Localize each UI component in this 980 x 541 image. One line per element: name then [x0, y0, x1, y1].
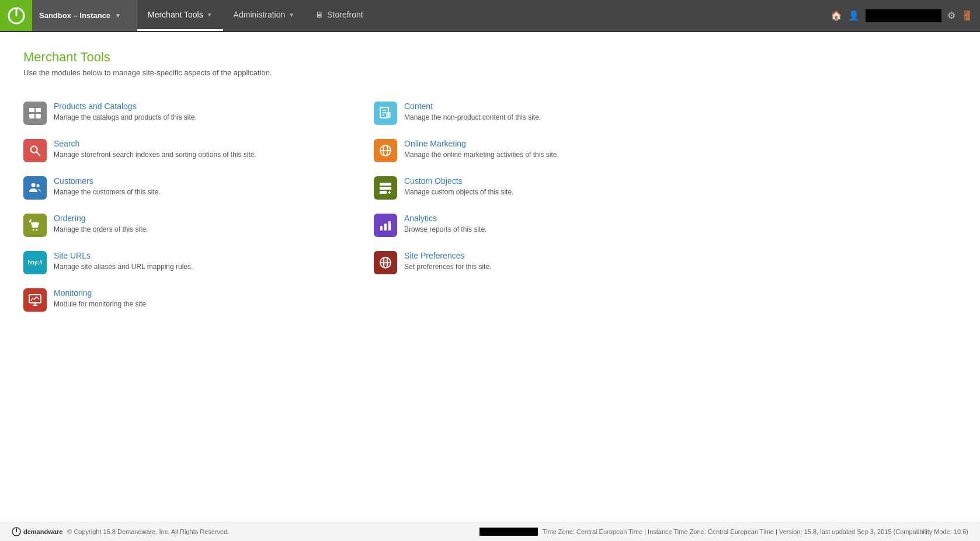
svg-rect-34 [384, 260, 387, 266]
svg-rect-3 [36, 108, 41, 112]
module-search: Search Manage storefront search indexes … [23, 132, 374, 169]
search-link[interactable]: Search [54, 139, 256, 148]
content-icon [374, 102, 397, 125]
header-right-controls: 🏠 👤 ⚙ 🚪 [823, 0, 980, 31]
svg-rect-24 [380, 187, 391, 190]
analytics-link[interactable]: Analytics [404, 214, 486, 223]
svg-point-9 [37, 184, 40, 187]
module-ordering: Ordering Manage the orders of this site. [23, 207, 374, 244]
customers-icon [23, 176, 47, 200]
module-site-urls: http:// Site URLs Manage site aliases an… [23, 244, 374, 281]
merchant-tools-dropdown-arrow: ▼ [207, 12, 213, 18]
content-desc: Manage the non-product content of this s… [404, 113, 541, 121]
user-icon[interactable]: 👤 [848, 10, 860, 21]
svg-line-7 [37, 152, 40, 156]
footer-logo: demandware [12, 527, 62, 536]
svg-rect-4 [29, 114, 34, 118]
home-icon[interactable]: 🏠 [830, 10, 842, 21]
footer-timezone-info: Time Zone: Central European Time | Insta… [543, 528, 968, 535]
site-preferences-link[interactable]: Site Preferences [404, 251, 491, 260]
main-nav: Merchant Tools ▼ Administration ▼ 🖥 Stor… [137, 0, 823, 31]
custom-objects-icon [374, 176, 397, 200]
site-preferences-desc: Set preferences for this site. [404, 263, 491, 271]
administration-dropdown-arrow: ▼ [289, 12, 294, 18]
online-marketing-icon [374, 139, 397, 162]
svg-point-10 [33, 229, 34, 231]
products-catalogs-icon [23, 102, 47, 125]
footer: demandware © Copyright 15.8 Demandware, … [0, 522, 980, 541]
svg-rect-25 [380, 191, 387, 194]
logo[interactable] [0, 0, 32, 31]
products-catalogs-desc: Manage the catalogs and products of this… [54, 113, 197, 121]
power-icon [7, 6, 26, 25]
modules-grid: Products and Catalogs Manage the catalog… [23, 95, 724, 319]
online-marketing-link[interactable]: Online Marketing [404, 139, 559, 148]
modules-right-column: Content Manage the non-product content o… [374, 95, 724, 319]
customers-desc: Manage the customers of this site. [54, 188, 161, 196]
page-title: Merchant Tools [23, 50, 957, 65]
footer-instance-label [479, 528, 538, 536]
monitoring-icon [23, 288, 47, 312]
monitoring-desc: Module for monitoring the site [54, 300, 146, 308]
header: Sandbox – Instance ▼ Merchant Tools ▼ Ad… [0, 0, 980, 32]
ordering-icon [23, 214, 47, 237]
module-content: Content Manage the non-product content o… [374, 95, 724, 132]
site-urls-icon: http:// [23, 251, 47, 274]
svg-rect-30 [388, 221, 391, 231]
products-catalogs-link[interactable]: Products and Catalogs [54, 102, 197, 111]
search-desc: Manage storefront search indexes and sor… [54, 151, 256, 159]
svg-rect-36 [16, 528, 17, 532]
user-input[interactable] [866, 9, 941, 22]
module-monitoring: Monitoring Module for monitoring the sit… [23, 281, 374, 319]
instance-selector[interactable]: Sandbox – Instance ▼ [32, 0, 137, 31]
footer-copyright: © Copyright 15.8 Demandware, Inc. All Ri… [67, 528, 229, 535]
svg-rect-2 [29, 108, 34, 112]
module-analytics: Analytics Browse reports of this site. [374, 207, 724, 244]
analytics-desc: Browse reports of this site. [404, 225, 486, 233]
modules-left-column: Products and Catalogs Manage the catalog… [23, 95, 374, 319]
svg-rect-5 [36, 114, 41, 118]
svg-rect-23 [380, 183, 391, 186]
ordering-link[interactable]: Ordering [54, 214, 148, 223]
footer-brand: demandware [23, 528, 62, 535]
module-site-preferences: Site Preferences Set preferences for thi… [374, 244, 724, 281]
storefront-icon: 🖥 [315, 10, 324, 19]
svg-rect-1 [15, 8, 17, 16]
demandware-logo-icon [12, 527, 21, 536]
online-marketing-desc: Manage the online marketing activities o… [404, 151, 559, 159]
site-urls-desc: Manage site aliases and URL mapping rule… [54, 263, 193, 271]
main-content: Merchant Tools Use the modules below to … [0, 32, 980, 522]
instance-label: Sandbox – Instance [39, 11, 110, 20]
nav-storefront[interactable]: 🖥 Storefront [305, 0, 373, 31]
instance-dropdown-arrow: ▼ [115, 12, 121, 19]
module-online-marketing: Online Marketing Manage the online marke… [374, 132, 724, 169]
content-link[interactable]: Content [404, 102, 541, 111]
analytics-icon [374, 214, 397, 237]
custom-objects-desc: Manage custom objects of this site. [404, 188, 513, 196]
svg-rect-29 [384, 224, 387, 231]
site-preferences-icon [374, 251, 397, 274]
module-customers: Customers Manage the customers of this s… [23, 169, 374, 207]
nav-administration[interactable]: Administration ▼ [223, 0, 305, 31]
nav-merchant-tools[interactable]: Merchant Tools ▼ [137, 0, 223, 31]
search-icon [23, 139, 47, 162]
customers-link[interactable]: Customers [54, 176, 161, 186]
site-urls-link[interactable]: Site URLs [54, 251, 193, 260]
ordering-desc: Manage the orders of this site. [54, 225, 148, 233]
custom-objects-link[interactable]: Custom Objects [404, 176, 513, 186]
module-custom-objects: Custom Objects Manage custom objects of … [374, 169, 724, 207]
svg-point-8 [32, 183, 36, 187]
svg-point-11 [36, 229, 38, 231]
svg-rect-19 [386, 112, 391, 118]
logout-icon[interactable]: 🚪 [961, 10, 973, 21]
svg-rect-28 [380, 226, 383, 231]
module-products-catalogs: Products and Catalogs Manage the catalog… [23, 95, 374, 132]
monitoring-link[interactable]: Monitoring [54, 288, 146, 298]
page-subtitle: Use the modules below to manage site-spe… [23, 68, 957, 77]
settings-icon[interactable]: ⚙ [947, 10, 955, 21]
